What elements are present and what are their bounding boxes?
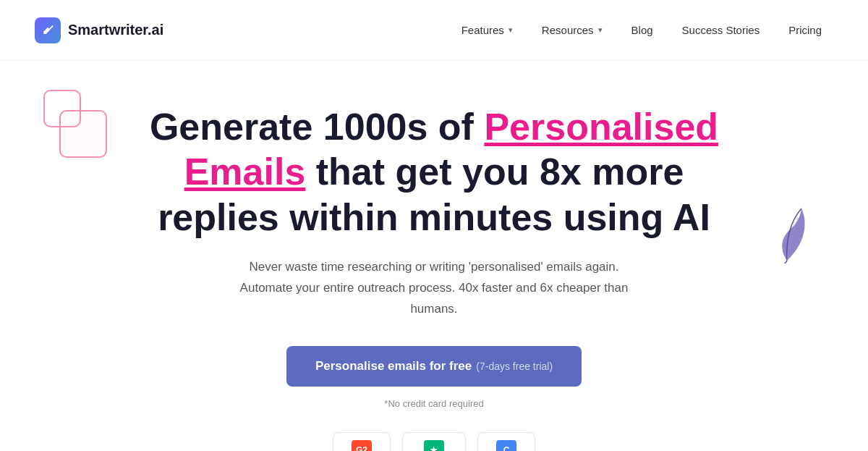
nav-label-pricing: Pricing [788,24,822,36]
nav-label-success-stories: Success Stories [682,24,760,36]
nav-item-resources[interactable]: Resources ▾ [530,18,614,42]
nav-item-features[interactable]: Features ▾ [450,18,524,42]
logo[interactable]: Smartwriter.ai [35,17,163,43]
cta-wrapper: Personalise emails for free(7-days free … [14,346,854,398]
cta-button[interactable]: Personalise emails for free(7-days free … [286,346,582,387]
hero-subtext: Never waste time researching or writing … [231,257,637,320]
chevron-down-icon: ▾ [509,25,513,35]
nav-item-blog[interactable]: Blog [620,18,665,42]
logo-text: Smartwriter.ai [68,22,163,38]
ratings-row: G2 G2 5Rating ★ TrustpilotRating C Chrom… [14,432,854,451]
cta-label: Personalise emails for free [315,359,472,373]
heading-before: Generate 1000s of [150,106,484,148]
nav-item-pricing[interactable]: Pricing [777,18,833,42]
g2-icon: G2 [352,440,372,451]
badge-g2: G2 G2 5Rating [333,432,391,451]
badge-chrome: C ChromeStore [477,432,535,451]
navbar: Smartwriter.ai Features ▾ Resources ▾ Bl… [0,0,868,61]
quill-icon [41,23,55,38]
feather-icon-top-right [764,206,810,266]
nav-label-resources: Resources [542,24,594,36]
chrome-icon: C [496,440,516,451]
logo-icon [35,17,61,43]
nav-label-features: Features [461,24,504,36]
badge-trustpilot: ★ TrustpilotRating [402,432,466,451]
no-credit-card-text: *No credit card required [14,398,854,409]
hero-heading: Generate 1000s of Personalised Emails th… [137,104,731,240]
nav-label-blog: Blog [631,24,653,36]
trustpilot-icon: ★ [424,440,444,451]
deco-rect-2 [59,110,107,158]
cta-trial-note: (7-days free trial) [476,361,553,372]
nav-links: Features ▾ Resources ▾ Blog Success Stor… [450,18,833,42]
hero-section: Generate 1000s of Personalised Emails th… [0,61,868,451]
nav-item-success-stories[interactable]: Success Stories [671,18,772,42]
chevron-down-icon: ▾ [598,25,603,35]
